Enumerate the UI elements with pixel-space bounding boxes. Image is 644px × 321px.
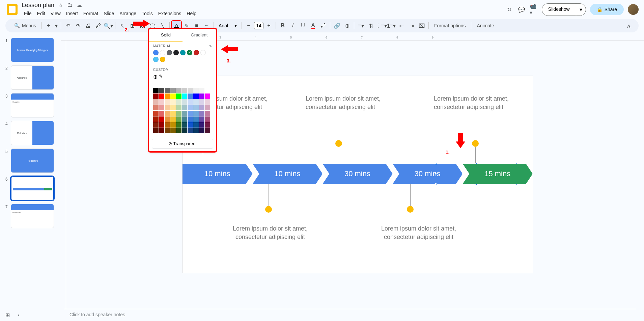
transparent-button[interactable]: ⊘ Transparent bbox=[152, 139, 213, 149]
palette-swatch[interactable] bbox=[193, 128, 199, 133]
palette-swatch[interactable] bbox=[205, 111, 210, 116]
palette-swatch[interactable] bbox=[182, 93, 187, 99]
material-swatch[interactable] bbox=[160, 57, 165, 62]
palette-swatch[interactable] bbox=[182, 111, 187, 116]
animate-button[interactable]: Animate bbox=[473, 22, 497, 30]
new-slide-button[interactable]: + bbox=[44, 21, 53, 30]
palette-swatch[interactable] bbox=[159, 111, 164, 116]
palette-swatch[interactable] bbox=[199, 128, 204, 133]
material-swatch[interactable] bbox=[167, 50, 172, 55]
material-swatch[interactable] bbox=[180, 50, 186, 55]
selection-handle[interactable] bbox=[435, 183, 437, 185]
palette-swatch[interactable] bbox=[199, 93, 204, 99]
align-button[interactable]: ≡▾ bbox=[356, 21, 366, 30]
palette-swatch[interactable] bbox=[170, 105, 176, 110]
palette-swatch[interactable] bbox=[153, 116, 159, 122]
underline-button[interactable]: U bbox=[298, 21, 308, 30]
app-logo[interactable] bbox=[5, 3, 19, 16]
menu-format[interactable]: Format bbox=[81, 9, 101, 18]
palette-swatch[interactable] bbox=[176, 111, 181, 116]
indent-decrease-button[interactable]: ⇤ bbox=[397, 21, 406, 30]
chevron-2[interactable]: 10 mins bbox=[253, 164, 323, 184]
collapse-toolbar-button[interactable]: ʌ bbox=[624, 21, 633, 30]
material-swatch[interactable] bbox=[160, 50, 165, 55]
zoom-button[interactable]: 🔍▾ bbox=[104, 21, 113, 30]
menu-edit[interactable]: Edit bbox=[35, 9, 48, 18]
document-title[interactable]: Lesson plan bbox=[22, 2, 54, 9]
palette-swatch[interactable] bbox=[205, 128, 210, 133]
move-icon[interactable]: 🗀 bbox=[67, 2, 73, 8]
palette-swatch[interactable] bbox=[153, 99, 159, 105]
palette-swatch[interactable] bbox=[205, 122, 210, 128]
slideshow-dropdown[interactable]: ▾ bbox=[576, 3, 586, 16]
palette-swatch[interactable] bbox=[193, 116, 199, 122]
palette-swatch[interactable] bbox=[193, 99, 199, 105]
palette-swatch[interactable] bbox=[165, 93, 170, 99]
paint-format-button[interactable]: 🖌 bbox=[93, 21, 103, 30]
palette-swatch[interactable] bbox=[188, 116, 193, 122]
palette-swatch[interactable] bbox=[188, 128, 193, 133]
palette-swatch[interactable] bbox=[188, 93, 193, 99]
palette-swatch[interactable] bbox=[176, 93, 181, 99]
selection-handle[interactable] bbox=[435, 163, 437, 165]
palette-swatch[interactable] bbox=[193, 111, 199, 116]
material-swatch[interactable] bbox=[173, 50, 179, 55]
undo-button[interactable]: ↶ bbox=[63, 21, 73, 30]
palette-swatch[interactable] bbox=[170, 116, 176, 122]
palette-swatch[interactable] bbox=[165, 128, 170, 133]
comment-button[interactable]: ⊕ bbox=[342, 21, 352, 30]
palette-swatch[interactable] bbox=[159, 128, 164, 133]
slide-thumb-1[interactable]: Lesson: Classifying Triangles bbox=[11, 38, 54, 62]
palette-swatch[interactable] bbox=[153, 128, 159, 133]
palette-swatch[interactable] bbox=[199, 105, 204, 110]
redo-button[interactable]: ↷ bbox=[73, 21, 83, 30]
palette-swatch[interactable] bbox=[193, 93, 199, 99]
font-size-increase[interactable]: + bbox=[264, 21, 274, 30]
menu-extensions[interactable]: Extensions bbox=[156, 9, 184, 18]
material-swatch[interactable] bbox=[200, 50, 206, 55]
palette-swatch[interactable] bbox=[165, 88, 170, 93]
line-spacing-button[interactable]: ⇅ bbox=[366, 21, 376, 30]
timeline-dot[interactable] bbox=[335, 140, 342, 147]
search-menus[interactable]: 🔍Menus bbox=[11, 22, 39, 30]
eyedropper-button[interactable]: ✎ bbox=[159, 74, 163, 80]
user-avatar[interactable] bbox=[628, 4, 639, 15]
palette-swatch[interactable] bbox=[165, 111, 170, 116]
slide-thumb-3[interactable]: Objective bbox=[11, 93, 54, 117]
menu-arrange[interactable]: Arrange bbox=[117, 9, 139, 18]
palette-swatch[interactable] bbox=[199, 111, 204, 116]
palette-swatch[interactable] bbox=[193, 105, 199, 110]
text-color-button[interactable]: A bbox=[308, 21, 318, 30]
palette-swatch[interactable] bbox=[159, 93, 164, 99]
palette-swatch[interactable] bbox=[159, 99, 164, 105]
timeline-dot[interactable] bbox=[265, 206, 272, 213]
slide-thumb-5[interactable]: Procedure bbox=[11, 149, 54, 173]
palette-swatch[interactable] bbox=[176, 105, 181, 110]
palette-swatch[interactable] bbox=[153, 88, 159, 93]
palette-swatch[interactable] bbox=[182, 88, 187, 93]
menu-help[interactable]: Help bbox=[184, 9, 199, 18]
italic-button[interactable]: I bbox=[288, 21, 298, 30]
palette-swatch[interactable] bbox=[165, 105, 170, 110]
text-block-bot-1[interactable]: Lorem ipsum dolor sit amet, consectetur … bbox=[228, 224, 312, 241]
bullet-list-button[interactable]: ⋮≡▾ bbox=[376, 21, 386, 30]
highlight-button[interactable]: 🖍 bbox=[318, 21, 328, 30]
palette-swatch[interactable] bbox=[188, 111, 193, 116]
palette-swatch[interactable] bbox=[182, 99, 187, 105]
palette-swatch[interactable] bbox=[170, 99, 176, 105]
palette-swatch[interactable] bbox=[188, 105, 193, 110]
menu-view[interactable]: View bbox=[48, 9, 63, 18]
palette-swatch[interactable] bbox=[182, 105, 187, 110]
add-custom-color-button[interactable]: ⊕ bbox=[153, 74, 158, 80]
palette-swatch[interactable] bbox=[165, 122, 170, 128]
speaker-notes[interactable]: Click to add speaker notes bbox=[64, 309, 636, 310]
palette-swatch[interactable] bbox=[199, 99, 204, 105]
tab-solid[interactable]: Solid bbox=[149, 29, 183, 42]
material-swatch[interactable] bbox=[153, 50, 159, 55]
timeline-dot[interactable] bbox=[407, 206, 414, 213]
edit-icon[interactable]: ✎ bbox=[209, 44, 212, 48]
format-options-button[interactable]: Format options bbox=[431, 22, 469, 30]
palette-swatch[interactable] bbox=[182, 116, 187, 122]
indent-increase-button[interactable]: ⇥ bbox=[407, 21, 416, 30]
palette-swatch[interactable] bbox=[153, 93, 159, 99]
